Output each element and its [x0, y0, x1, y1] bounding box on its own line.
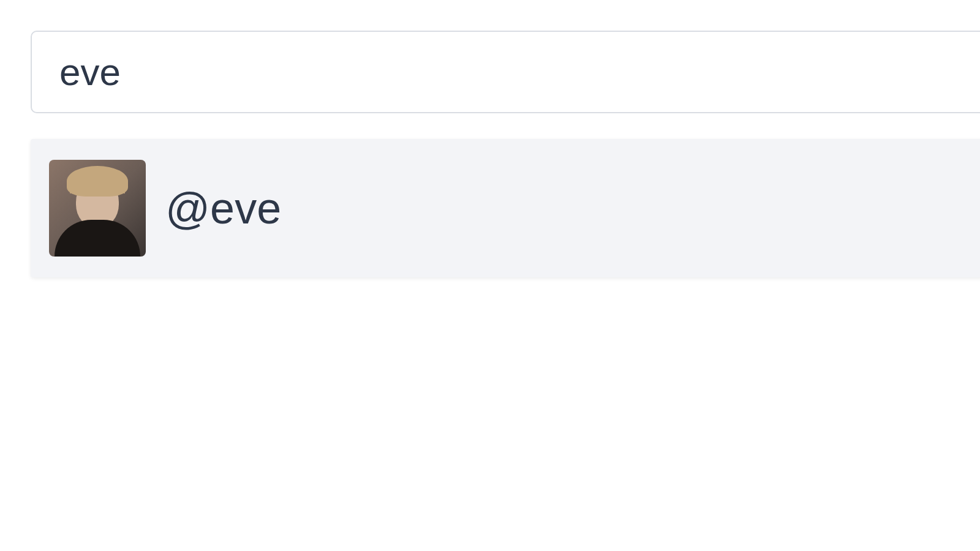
search-results-dropdown: @eve [31, 139, 980, 277]
search-box [31, 31, 980, 113]
search-input[interactable] [59, 50, 957, 94]
user-handle: @eve [165, 183, 281, 233]
search-container: @eve [0, 0, 980, 277]
search-result-item[interactable]: @eve [31, 139, 980, 277]
avatar [49, 160, 146, 257]
